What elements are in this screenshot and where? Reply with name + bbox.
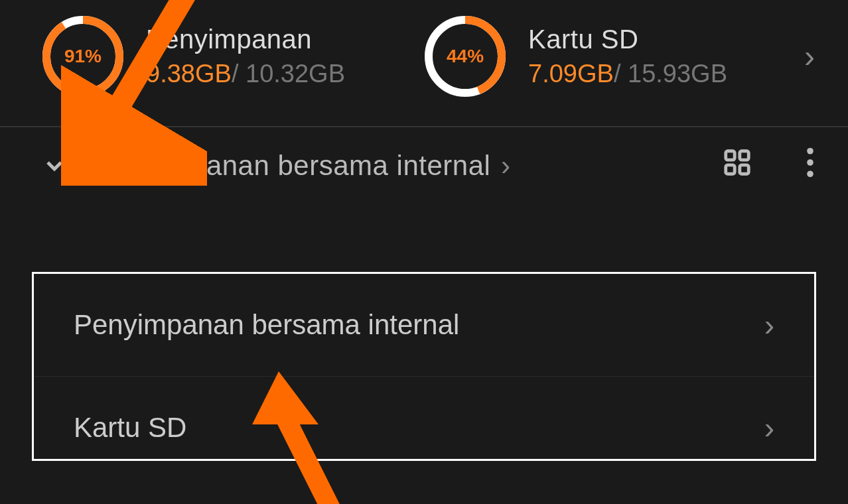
storage-title-internal: Penyimpanan	[146, 25, 345, 54]
chevron-down-icon	[41, 153, 68, 179]
breadcrumb-chevron-icon: ›	[501, 150, 510, 181]
svg-rect-2	[726, 151, 735, 160]
chevron-right-icon: ›	[764, 307, 774, 343]
breadcrumb-label: Penyimpanan bersama internal	[96, 150, 490, 181]
storage-total-sd: 15.93GB	[628, 60, 727, 88]
svg-rect-5	[740, 165, 748, 174]
storage-sep-internal: /	[232, 60, 239, 88]
storage-row-chevron-icon[interactable]: ›	[804, 40, 821, 72]
breadcrumb[interactable]: Penyimpanan bersama internal ›	[96, 150, 510, 182]
chevron-right-icon: ›	[764, 410, 774, 446]
dropdown-item-internal[interactable]: Penyimpanan bersama internal ›	[34, 274, 814, 377]
svg-point-7	[807, 159, 813, 166]
storage-percent-internal: 91%	[40, 13, 126, 99]
svg-point-8	[807, 170, 813, 177]
storage-percent-sd: 44%	[422, 13, 508, 99]
storage-ring-internal: 91%	[40, 13, 126, 99]
location-row: Penyimpanan bersama internal ›	[0, 126, 848, 204]
location-dropdown-panel: Penyimpanan bersama internal › Kartu SD …	[32, 272, 816, 461]
view-grid-button[interactable]	[722, 147, 752, 184]
svg-rect-4	[726, 165, 735, 174]
storage-total-internal: 10.32GB	[246, 60, 345, 88]
storage-item-sd[interactable]: 44% Kartu SD 7.09GB/ 15.93GB	[422, 13, 758, 99]
svg-point-6	[807, 148, 813, 155]
svg-rect-3	[740, 151, 748, 160]
more-options-button[interactable]	[806, 147, 815, 184]
storage-used-sd: 7.09GB	[528, 60, 614, 88]
dropdown-item-label: Penyimpanan bersama internal	[74, 309, 459, 341]
dropdown-item-sd[interactable]: Kartu SD ›	[34, 377, 814, 459]
location-dropdown-toggle[interactable]	[40, 151, 69, 180]
dropdown-item-label: Kartu SD	[74, 412, 186, 444]
storage-used-internal: 9.38GB	[146, 60, 232, 88]
storage-title-sd: Kartu SD	[528, 25, 727, 54]
storage-sep-sd: /	[614, 60, 621, 88]
storage-ring-sd: 44%	[422, 13, 508, 99]
storage-item-internal[interactable]: 91% Penyimpanan 9.38GB/ 10.32GB	[40, 13, 376, 99]
grid-icon	[722, 147, 752, 178]
kebab-icon	[806, 147, 815, 178]
storage-summary-row: 91% Penyimpanan 9.38GB/ 10.32GB 44% Kart…	[0, 0, 848, 126]
